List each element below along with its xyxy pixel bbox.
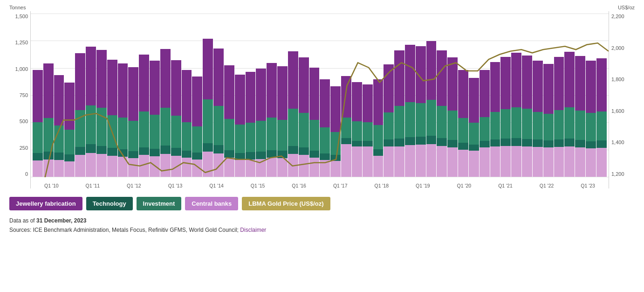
bar-segment [458,150,468,177]
bar-segment [33,153,43,160]
bar-segment [96,146,107,154]
bar-segment [213,145,224,153]
stacked-bar [213,49,224,177]
bar-group [405,14,415,177]
bar-segment [118,149,128,157]
bar-segment [118,157,128,177]
bar-segment [213,106,224,145]
legend-item[interactable]: Central banks [185,197,238,210]
bar-segment [596,58,607,111]
bar-segment [203,143,213,152]
stacked-bar [352,82,362,177]
bar-segment [522,139,532,146]
bar-group [203,14,213,177]
bar-group [426,14,437,177]
bar-group [54,14,64,177]
bar-segment [43,118,54,152]
bar-segment [511,146,521,177]
legend-label: LBMA Gold Price (US$/oz) [248,200,323,207]
bar-segment [33,160,43,177]
bar-group [86,14,96,177]
bar-segment [33,70,43,122]
legend-item[interactable]: LBMA Gold Price (US$/oz) [242,197,330,210]
bar-segment [309,151,320,158]
bar-segment [171,60,181,116]
y-tick: 1,000 [15,66,28,72]
stacked-bar [469,78,479,177]
bar-group [267,14,277,177]
stacked-bar [490,62,500,177]
bar-segment [256,69,266,121]
bar-segment [330,155,341,161]
x-axis-label: Q1 '16 [292,183,306,188]
disclaimer-link[interactable]: Disclaimer [240,227,266,233]
stacked-bar [128,67,138,177]
bar-segment [394,139,404,146]
bar-segment [160,146,171,154]
bar-group [299,14,309,177]
bar-segment [96,108,107,146]
bar-group [543,14,554,177]
stacked-bar [277,66,288,177]
stacked-bar [75,53,85,177]
bar-segment [75,155,85,177]
bar-segment [203,152,213,177]
bar-segment [511,53,521,107]
bar-segment [128,158,138,177]
legend-item[interactable]: Technology [86,197,133,210]
x-axis: Q1 '10Q1 '11Q1 '12Q1 '13Q1 '14Q1 '15Q1 '… [31,177,609,188]
axis-titles: Tonnes US$/oz [9,5,635,10]
stacked-bar [564,52,575,177]
y-tick: 250 [20,145,28,151]
stacked-bar [394,50,404,177]
x-axis-label: Q1 '23 [581,183,595,188]
x-axis-label: Q1 '22 [540,183,554,188]
bar-group [256,14,266,177]
bar-segment [437,50,447,106]
bar-segment [299,113,309,147]
stacked-bar [426,41,437,177]
bar-segment [235,75,245,125]
bar-segment [426,100,437,136]
legend-item[interactable]: Investment [137,197,182,210]
bar-segment [64,130,75,155]
stacked-bar [586,61,596,177]
bar-segment [320,153,330,160]
bar-segment [586,141,596,149]
legend-item[interactable]: Jewellery fabrication [9,197,82,210]
bar-segment [363,141,373,146]
bar-segment [54,160,64,177]
bar-segment [341,76,351,118]
bar-group [394,14,404,177]
bar-group [320,14,330,177]
stacked-bar [160,49,171,177]
bar-segment [299,57,309,113]
stacked-bar [107,60,117,177]
bar-segment [522,146,532,177]
x-axis-label: Q1 '15 [251,183,265,188]
stacked-bar [447,57,458,177]
stacked-bar [86,46,96,177]
bar-segment [128,151,138,158]
bar-segment [564,107,575,138]
stacked-bar [299,57,309,177]
bar-segment [246,152,256,159]
bar-segment [150,115,160,148]
bar-segment [564,52,575,107]
bar-segment [182,151,192,158]
bar-segment [458,70,468,118]
bar-segment [192,160,202,177]
bar-segment [224,150,234,158]
data-date: 31 December, 2023 [36,217,86,224]
bar-segment [543,140,554,147]
bar-segment [75,147,85,155]
legend-label: Jewellery fabrication [16,200,76,207]
bar-segment [150,156,160,177]
stacked-bar [182,70,192,177]
stacked-bar [416,46,426,177]
bar-segment [480,70,490,117]
bar-segment [192,153,202,159]
bar-segment [341,118,351,138]
stacked-bar [64,83,75,177]
stacked-bar [511,53,521,177]
